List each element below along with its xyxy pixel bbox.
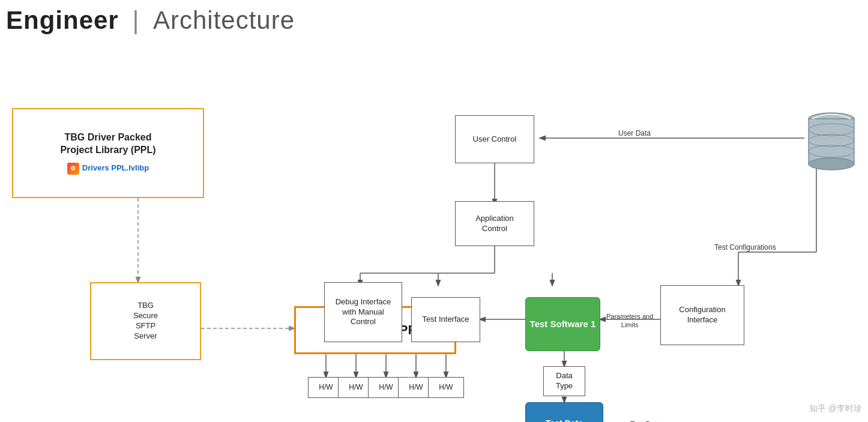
ppl-icon-img: ⚙ [67,163,79,175]
config-interface-label: ConfigurationInterface [679,305,725,325]
ppl-box: TBG Driver PackedProject Library (PPL) ⚙… [12,108,204,198]
debug-interface-label: Debug Interfacewith ManualControl [336,297,391,328]
app-control-label: ApplicationControl [475,214,514,234]
test-configurations-label: Test Configurations [714,243,776,252]
data-type-label: DataType [556,371,573,391]
ppl-sub-label: Drivers PPL.lvlibp [82,163,149,173]
app-control-box: ApplicationControl [455,201,534,246]
config-interface-box: ConfigurationInterface [660,285,744,345]
parameters-limits-label: Parameters andLimits [606,312,653,330]
test-data-label: Test Data [546,418,583,422]
user-control-label: User Control [473,134,517,145]
test-interface-label: Test Interface [422,315,469,325]
arrows-svg [0,48,868,420]
ppl-title: TBG Driver PackedProject Library (PPL) [60,131,155,157]
page-title: Engineer | Architecture [6,6,295,35]
hw5-box: H/W [428,377,464,398]
title-bold: Engineer [6,6,119,34]
user-control-box: User Control [455,115,534,163]
architecture-diagram: TBG Driver PackedProject Library (PPL) ⚙… [0,48,868,420]
tbg-secure-box: TBGSecureSFTPServer [90,282,201,360]
data-type-box: DataType [543,366,585,396]
tbg-secure-label: TBGSecureSFTPServer [133,301,158,342]
database-svg [806,107,857,176]
title-light: Architecture [153,6,295,34]
database-icon [804,105,858,177]
test-interface-box: Test Interface [411,297,480,342]
ppl-icon: ⚙ Drivers PPL.lvlibp [67,163,149,175]
test-data-box: Test Data [525,402,603,422]
title-separator: | [132,6,139,34]
user-data-label: User Data [618,129,651,137]
debug-interface-box: Debug Interfacewith ManualControl [324,282,402,342]
svg-point-24 [809,158,854,170]
test-software-box: Test Software 1 [525,297,600,351]
test-software-label: Test Software 1 [530,318,596,330]
watermark: 知乎 @李时珍 [809,403,862,414]
